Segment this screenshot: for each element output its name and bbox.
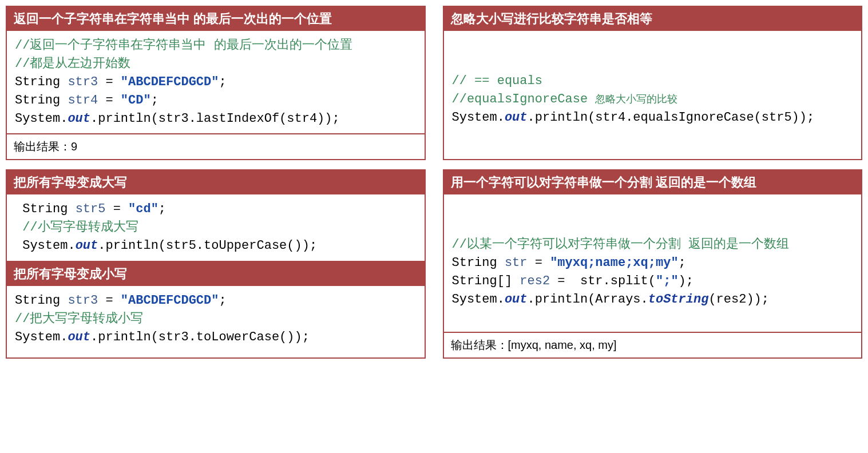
card-grid: 返回一个子字符串在字符串当中 的最后一次出的一个位置 //返回一个子字符串在字符…	[6, 6, 862, 359]
code-block: //以某一个字符可以对字符串做一个分割 返回的是一个数组 String str …	[444, 194, 862, 331]
card-title: 返回一个子字符串在字符串当中 的最后一次出的一个位置	[7, 7, 425, 31]
code-block: //返回一个子字符串在字符串当中 的最后一次出的一个位置 //都是从左边开始数 …	[7, 31, 425, 133]
code-block: // == equals //equalsIgnoreCase 忽略大小写的比较…	[444, 31, 862, 150]
card-title: 用一个字符可以对字符串做一个分割 返回的是一个数组	[444, 170, 862, 194]
card-title-lower: 把所有字母变成小写	[7, 261, 425, 286]
card-lastindexof: 返回一个子字符串在字符串当中 的最后一次出的一个位置 //返回一个子字符串在字符…	[6, 6, 426, 160]
output-result: 输出结果：9	[7, 133, 425, 159]
output-result: 输出结果：[myxq, name, xq, my]	[444, 332, 862, 357]
card-equalsignorecase: 忽略大小写进行比较字符串是否相等 // == equals //equalsIg…	[443, 6, 863, 160]
code-block-lower: String str3 = "ABCDEFCDGCD"; //把大写字母转成小写…	[7, 286, 425, 352]
code-block-upper: String str5 = "cd"; //小写字母转成大写 System.ou…	[7, 194, 425, 261]
card-title: 忽略大小写进行比较字符串是否相等	[444, 7, 862, 31]
card-case-convert: 把所有字母变成大写 String str5 = "cd"; //小写字母转成大写…	[6, 169, 426, 358]
card-title-upper: 把所有字母变成大写	[7, 170, 425, 194]
card-split: 用一个字符可以对字符串做一个分割 返回的是一个数组 //以某一个字符可以对字符串…	[443, 169, 863, 358]
